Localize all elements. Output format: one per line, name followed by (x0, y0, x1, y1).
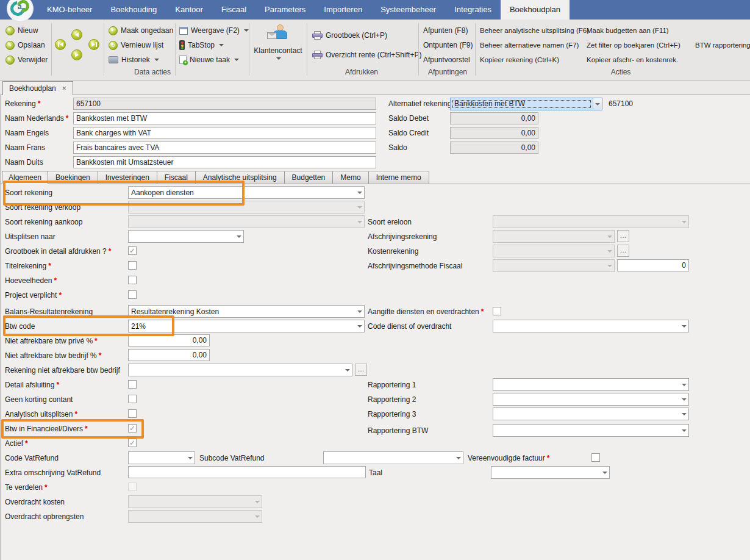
menu-kantoor[interactable]: Kantoor (166, 0, 212, 20)
soort-rekening-combo[interactable]: Aankopen diensten (128, 186, 365, 199)
tab-boekingen[interactable]: Boekingen (48, 171, 98, 184)
rapportering1-combo[interactable] (493, 378, 689, 391)
chevron-down-icon[interactable] (355, 306, 364, 317)
menu-boekhoudplan-active[interactable]: Boekhoudplan (501, 0, 570, 20)
document-tab-boekhoudplan[interactable]: Boekhoudplan × (2, 81, 73, 95)
naam-engels-input[interactable]: Bank charges with VAT (73, 127, 376, 139)
tab-investeringen[interactable]: Investeringen (98, 171, 157, 184)
tab-interne-memo[interactable]: Interne memo (369, 171, 429, 184)
menu-parameters[interactable]: Parameters (255, 0, 315, 20)
customer-contact-button[interactable]: Klantencontact (250, 22, 306, 77)
manage-alternative-names-button[interactable]: Beheer alternatieve namen (F7) (480, 39, 579, 51)
nav-prev-button[interactable] (71, 29, 82, 40)
afpuntvoorstel-button[interactable]: Afpuntvoorstel (423, 54, 470, 66)
menu-importeren[interactable]: Importeren (315, 0, 371, 20)
refresh-list-button[interactable]: ↻ Vernieuw lijst (109, 39, 163, 51)
chevron-down-icon[interactable] (679, 408, 688, 420)
chevron-down-icon[interactable] (185, 452, 195, 464)
btw-bedrijf-input[interactable]: 0,00 (128, 349, 210, 361)
alternatief-rekening-combo[interactable]: Bankkosten met BTW (450, 98, 602, 110)
menu-integraties[interactable]: Integraties (445, 0, 501, 20)
chevron-down-icon (605, 245, 614, 257)
taal-combo[interactable] (491, 466, 610, 479)
balans-resultatenrekening-combo[interactable]: Resultatenrekening Kosten (128, 305, 365, 318)
rekening-niet-aftrekbaar-browse-button[interactable]: … (355, 364, 367, 376)
vereenvoudigde-factuur-checkbox[interactable] (591, 453, 600, 462)
view-button[interactable]: Weergave (F2) (179, 24, 249, 37)
actief-checkbox[interactable] (128, 439, 137, 447)
chevron-down-icon[interactable] (679, 379, 688, 390)
extra-omschrijving-input[interactable] (128, 466, 366, 478)
save-button[interactable]: ▪ Opslaan (5, 39, 45, 51)
chevron-down-icon[interactable] (679, 425, 688, 436)
create-budgets-button[interactable]: Maak budgetten aan (F11) (587, 24, 669, 37)
hoeveelheden-checkbox[interactable] (128, 276, 137, 284)
chevron-down-icon[interactable] (343, 364, 352, 376)
field-label-analytisch-uitsplitsen: Analytisch uitsplitsen (5, 410, 77, 418)
grootboek-detail-checkbox[interactable] (128, 246, 137, 255)
new-button[interactable]: Nieuw (5, 24, 38, 37)
nav-next-button[interactable] (71, 49, 82, 60)
menu-fiscaal[interactable]: Fiscaal (212, 0, 255, 20)
chevron-down-icon[interactable] (679, 320, 688, 332)
tab-analytische-uitsplitsing[interactable]: Analytische uitsplitsing (196, 171, 285, 184)
nav-first-button[interactable] (55, 39, 66, 50)
close-icon[interactable]: × (62, 84, 66, 93)
app-logo[interactable]: a (7, 0, 34, 22)
tab-memo[interactable]: Memo (333, 171, 368, 184)
geen-korting-checkbox[interactable] (128, 395, 137, 403)
project-verplicht-checkbox[interactable] (128, 290, 137, 299)
btw-prive-input[interactable]: 0,00 (128, 334, 210, 346)
chevron-down-icon[interactable] (600, 467, 609, 478)
afschrijvingsmethode-number-input[interactable]: 0 (617, 259, 689, 271)
menu-boekhouding[interactable]: Boekhouding (101, 0, 166, 20)
kostenrekening-browse-button[interactable]: … (617, 245, 629, 257)
menu-kmo-beheer[interactable]: KMO-beheer (38, 0, 101, 20)
code-vatrefund-combo[interactable] (128, 451, 195, 464)
chevron-down-icon[interactable] (234, 231, 243, 242)
chevron-down-icon[interactable] (593, 98, 602, 110)
uitsplitsen-naar-combo[interactable] (128, 230, 244, 243)
manage-analytic-split-button[interactable]: Beheer analytische uitsplitsing (F6) (480, 24, 589, 37)
chevron-down-icon[interactable] (355, 187, 364, 198)
titelrekening-checkbox[interactable] (128, 261, 137, 270)
tabstop-button[interactable]: TabStop (179, 39, 224, 51)
history-button[interactable]: Historiek (109, 54, 159, 66)
chevron-down-icon (605, 231, 614, 242)
undo-button[interactable]: ↶ Maak ongedaan (109, 24, 173, 37)
afschrijvingsrekening-browse-button[interactable]: … (617, 230, 629, 242)
rapportering2-combo[interactable] (493, 393, 689, 406)
copy-depreciation-cost-account-button[interactable]: Kopieer afschr- en kostenrek. (587, 54, 678, 66)
new-task-button[interactable]: + Nieuwe taak (179, 54, 239, 66)
chevron-down-icon[interactable] (679, 393, 688, 405)
vat-reporting-button[interactable]: BTW rapportering bijwe (695, 39, 750, 51)
detail-afsluiting-checkbox[interactable] (128, 380, 137, 389)
menu-systeembeheer[interactable]: Systeembeheer (371, 0, 445, 20)
aangifte-diensten-checkbox[interactable] (493, 307, 501, 315)
copy-account-button[interactable]: Kopieer rekening (Ctrl+K) (480, 54, 559, 66)
rapportering-btw-combo[interactable] (493, 424, 689, 437)
tab-budgetten[interactable]: Budgetten (285, 171, 334, 184)
naam-frans-input[interactable]: Frais bancaires avec TVA (73, 142, 376, 154)
naam-duits-input[interactable]: Bankkosten mit Umsatzsteuer (73, 156, 376, 168)
btw-financieel-checkbox[interactable] (128, 424, 137, 433)
print-ledger-button[interactable]: Grootboek (Ctrl+P) (312, 29, 387, 41)
chevron-down-icon[interactable] (454, 452, 463, 464)
delete-button[interactable]: – Verwijder (5, 54, 48, 66)
code-dienst-combo[interactable] (493, 320, 689, 332)
chevron-down-icon[interactable] (355, 320, 364, 332)
tab-algemeen[interactable]: Algemeen (2, 171, 48, 184)
naam-nederlands-input[interactable]: Bankkosten met BTW (73, 112, 376, 124)
btw-code-combo[interactable]: 21% (128, 320, 365, 332)
analytisch-uitsplitsen-checkbox[interactable] (128, 409, 137, 418)
set-fiscal-year-filter-button[interactable]: Zet filter op boekjaren (Ctrl+F) (587, 39, 680, 51)
afpunten-button[interactable]: Afpunten (F8) (423, 24, 468, 37)
ontpunten-button[interactable]: Ontpunten (F9) (423, 39, 473, 51)
rekening-niet-aftrekbaar-combo[interactable] (128, 364, 352, 376)
subcode-vatrefund-combo[interactable] (323, 451, 463, 464)
rekening-input[interactable]: 657100 (73, 98, 376, 110)
rapportering3-combo[interactable] (493, 407, 689, 420)
nav-last-button[interactable] (88, 39, 99, 50)
print-interest-overview-button[interactable]: Overzicht rente (Ctrl+Shift+P) (312, 49, 421, 61)
tab-fiscaal[interactable]: Fiscaal (157, 171, 196, 184)
